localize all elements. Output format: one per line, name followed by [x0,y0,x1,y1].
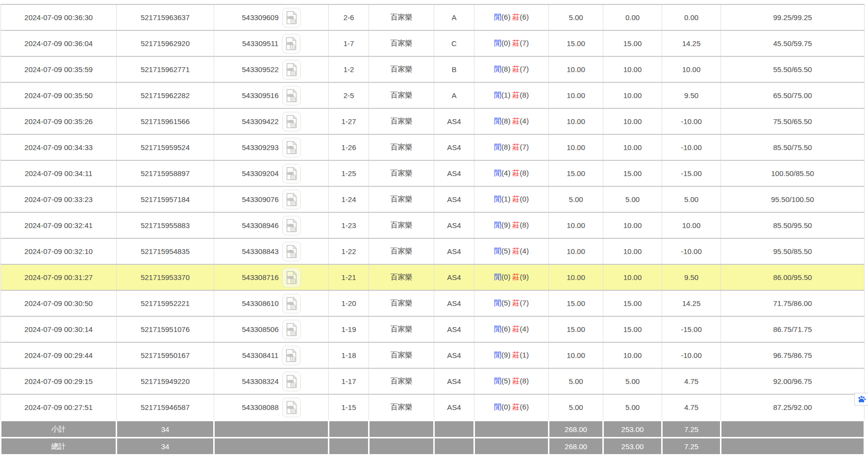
bet-amount[interactable]: 10.00 [549,108,603,134]
table-row[interactable]: 2024-07-09 00:35:50521715962282543309516… [1,82,865,108]
video-replay-button[interactable] [282,86,301,105]
round-id: 543308610 [242,299,278,307]
video-replay-button[interactable] [282,346,300,365]
bet-amount[interactable]: 5.00 [549,394,603,421]
video-replay-button[interactable] [282,216,301,235]
video-replay-button[interactable] [282,138,301,157]
room-code: AS4 [434,394,474,421]
balance: 86.75/71.75 [721,316,865,342]
video-replay-button[interactable] [282,372,301,391]
bet-time: 2024-07-09 00:34:33 [1,134,117,160]
table-row[interactable]: 2024-07-09 00:31:27521715953370543308716… [1,264,865,290]
player-label: 閒 [494,143,501,151]
bet-amount[interactable]: 10.00 [549,56,603,82]
balance: 87.25/92.00 [721,394,865,421]
paw-floating-button[interactable] [854,393,868,406]
bet-amount[interactable]: 5.00 [549,4,603,30]
video-replay-button[interactable] [282,242,301,261]
table-row[interactable]: 2024-07-09 00:30:14521715951076543308506… [1,316,865,342]
bet-time: 2024-07-09 00:32:10 [1,238,117,264]
game-result: 閒(4) 莊(8) [474,160,549,186]
game-result: 閒(1) 莊(8) [474,82,549,108]
video-replay-button[interactable] [282,164,301,183]
bet-amount[interactable]: 5.00 [549,186,603,212]
bet-time: 2024-07-09 00:32:41 [1,212,117,238]
game-type: 百家樂 [369,186,434,212]
balance: 45.50/59.75 [721,30,865,56]
round-id-cell: 543309422 [214,108,329,134]
table-seat: 1-20 [329,290,369,316]
bet-amount[interactable]: 10.00 [549,82,603,108]
bet-records-table: 2024-07-09 00:36:30521715963637543309609… [0,4,865,456]
round-id: 543309422 [242,117,278,126]
table-row[interactable]: 2024-07-09 00:36:30521715963637543309609… [1,4,865,30]
bet-amount[interactable]: 15.00 [549,290,603,316]
valid-bet: 10.00 [603,212,662,238]
video-replay-button[interactable] [282,60,301,79]
table-row[interactable]: 2024-07-09 00:29:15521715949220543308324… [1,368,865,394]
win-loss: 4.75 [662,394,721,421]
player-label: 閒 [494,377,501,385]
bet-time: 2024-07-09 00:36:30 [1,4,117,30]
bet-amount[interactable]: 15.00 [549,30,603,56]
video-replay-button[interactable] [282,112,301,131]
bet-time: 2024-07-09 00:33:23 [1,186,117,212]
subtotal-winloss: 7.25 [662,421,721,438]
table-row[interactable]: 2024-07-09 00:30:50521715952221543308610… [1,290,865,316]
video-replay-button[interactable] [282,8,301,27]
banker-label: 莊 [513,143,520,151]
subtotal-count: 34 [117,421,214,438]
bet-time: 2024-07-09 00:36:04 [1,30,117,56]
video-replay-button[interactable] [282,34,300,53]
valid-bet: 15.00 [603,30,662,56]
round-id: 543308716 [242,273,278,281]
valid-bet: 10.00 [603,108,662,134]
room-code: AS4 [434,264,474,290]
round-id-cell: 543308716 [214,264,329,290]
win-loss: 10.00 [662,56,721,82]
bet-amount[interactable]: 10.00 [549,342,603,368]
total-label: 總計 [1,438,117,455]
table-row[interactable]: 2024-07-09 00:35:59521715962771543309522… [1,56,865,82]
video-replay-button[interactable] [282,294,301,313]
room-code: B [434,56,474,82]
bet-amount[interactable]: 15.00 [549,316,603,342]
table-row[interactable]: 2024-07-09 00:34:11521715958897543309204… [1,160,865,186]
total-valid: 253.00 [603,438,662,455]
player-label: 閒 [494,91,501,99]
bet-amount[interactable]: 10.00 [549,134,603,160]
summary-body: 小計 34 268.00 253.00 7.25 總計 34 [1,421,865,455]
bet-amount[interactable]: 10.00 [549,264,603,290]
table-row[interactable]: 2024-07-09 00:34:33521715959524543309293… [1,134,865,160]
banker-label: 莊 [513,39,520,47]
table-seat: 1-25 [329,160,369,186]
bet-amount[interactable]: 10.00 [549,238,603,264]
video-replay-icon [286,115,298,128]
table-row[interactable]: 2024-07-09 00:29:44521715950167543308411… [1,342,865,368]
table-row[interactable]: 2024-07-09 00:35:26521715961566543309422… [1,108,865,134]
total-row: 總計 34 268.00 253.00 7.25 [1,438,865,455]
bet-amount[interactable]: 15.00 [549,160,603,186]
table-row[interactable]: 2024-07-09 00:27:51521715946587543308088… [1,394,865,421]
table-row[interactable]: 2024-07-09 00:33:23521715957184543309076… [1,186,865,212]
table-row[interactable]: 2024-07-09 00:36:04521715962920543309511… [1,30,865,56]
video-replay-button[interactable] [282,320,301,339]
table-row[interactable]: 2024-07-09 00:32:10521715954835543308843… [1,238,865,264]
video-replay-button[interactable] [282,268,301,287]
room-code: AS4 [434,134,474,160]
bet-amount[interactable]: 10.00 [549,212,603,238]
video-replay-button[interactable] [282,190,301,209]
bet-amount[interactable]: 5.00 [549,368,603,394]
game-result: 閒(0) 莊(6) [474,394,549,421]
table-row[interactable]: 2024-07-09 00:32:41521715955883543308946… [1,212,865,238]
video-replay-button[interactable] [282,398,301,417]
video-replay-icon [286,401,298,414]
round-id: 543309511 [242,39,278,48]
video-replay-icon [286,245,298,258]
win-loss: -10.00 [662,134,721,160]
round-id: 543309522 [242,65,278,74]
bet-time: 2024-07-09 00:30:50 [1,290,117,316]
bet-id: 521715963637 [117,4,214,30]
round-id: 543308411 [242,351,278,359]
win-loss: 14.25 [662,290,721,316]
